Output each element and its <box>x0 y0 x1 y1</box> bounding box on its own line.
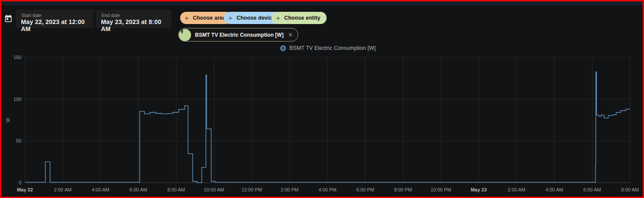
history-chart[interactable]: 050100150May 222:00 AM4:00 AM6:00 AM8:00… <box>0 0 644 198</box>
x-tick-label: 8:00 AM <box>621 187 639 192</box>
x-tick-label: 8:00 PM <box>394 187 412 192</box>
x-tick-label: May 22 <box>17 187 33 192</box>
x-tick-label: May 23 <box>471 187 487 192</box>
y-tick-label: 150 <box>14 55 21 60</box>
x-tick-label: 2:00 PM <box>281 187 299 192</box>
x-tick-label: 4:00 AM <box>546 187 563 192</box>
x-tick-label: 6:00 AM <box>583 187 601 192</box>
x-tick-label: 6:00 AM <box>129 187 147 192</box>
x-tick-label: 4:00 PM <box>319 187 337 192</box>
x-tick-label: 10:00 AM <box>204 187 224 192</box>
x-tick-label: 2:00 AM <box>508 187 525 192</box>
x-tick-label: 12:00 PM <box>241 187 262 192</box>
x-tick-label: 6:00 PM <box>356 187 374 192</box>
y-tick-label: 50 <box>16 138 21 143</box>
x-tick-label: 2:00 AM <box>54 187 71 192</box>
y-axis-title: W <box>5 118 10 122</box>
y-tick-label: 0 <box>19 180 21 185</box>
x-tick-label: 10:00 PM <box>431 187 451 192</box>
x-tick-label: 8:00 AM <box>167 187 185 192</box>
x-tick-label: 4:00 AM <box>92 187 109 192</box>
y-tick-label: 100 <box>14 97 21 102</box>
